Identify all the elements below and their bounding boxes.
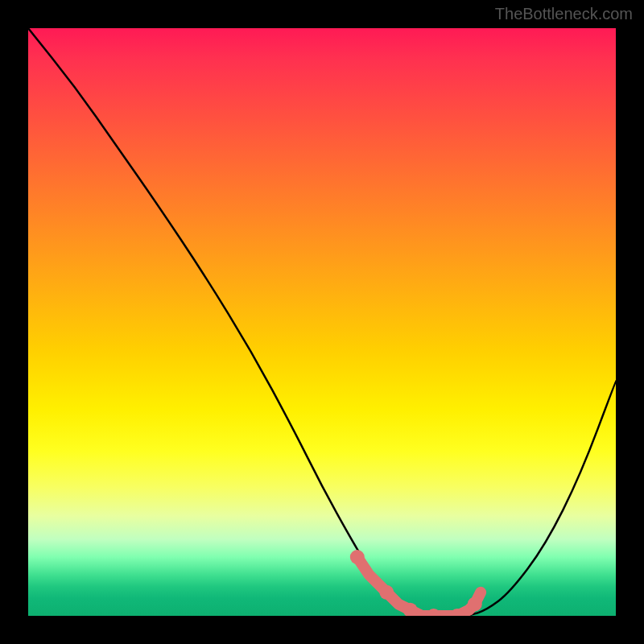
watermark-text: TheBottleneck.com <box>495 5 633 23</box>
optimal-range-stroke <box>357 557 481 616</box>
bottleneck-curve-path <box>28 28 616 616</box>
optimal-range-dot <box>468 597 482 611</box>
bottleneck-chart <box>28 28 616 616</box>
optimal-range-dot <box>427 609 441 616</box>
optimal-range-dot <box>379 585 394 600</box>
optimal-range-markers <box>350 550 482 616</box>
optimal-range-dot <box>350 550 365 564</box>
